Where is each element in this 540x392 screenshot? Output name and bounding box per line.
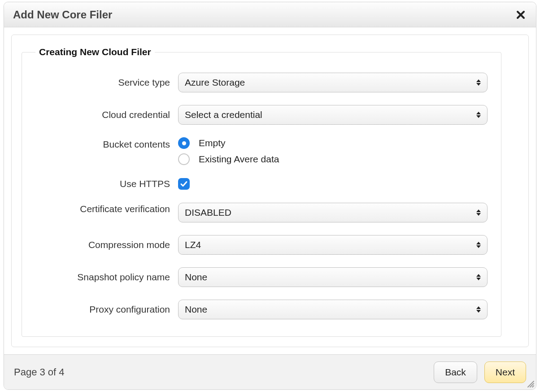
label-cert-verification: Certificate verification [35,203,170,215]
svg-marker-5 [476,213,481,216]
dialog-title: Add New Core Filer [13,9,112,21]
snapshot-policy-select[interactable]: None [178,267,488,287]
cloud-credential-value: Select a credential [185,109,262,120]
label-bucket-contents: Bucket contents [35,137,170,151]
fieldset-legend: Creating New Cloud Filer [35,47,155,57]
bucket-existing-label: Existing Avere data [199,154,279,165]
svg-marker-6 [476,242,481,244]
compression-mode-select[interactable]: LZ4 [178,235,488,255]
proxy-config-value: None [185,304,207,315]
resize-grip-icon[interactable] [526,379,534,388]
select-stepper-icon [475,73,483,92]
back-button[interactable]: Back [434,362,477,383]
bucket-existing-radio[interactable] [178,153,190,165]
label-proxy-config: Proxy configuration [35,303,170,316]
select-stepper-icon [475,300,483,319]
dialog-footer: Page 3 of 4 Back Next [4,354,536,389]
label-use-https: Use HTTPS [35,178,170,190]
svg-marker-2 [476,112,481,114]
svg-marker-4 [476,209,481,212]
svg-marker-1 [476,83,481,86]
cloud-credential-select[interactable]: Select a credential [178,105,488,125]
cert-verification-value: DISABLED [185,207,231,218]
service-type-value: Azure Storage [185,77,245,88]
select-stepper-icon [475,268,483,287]
svg-marker-11 [476,310,481,313]
next-button[interactable]: Next [484,362,526,383]
label-snapshot-policy: Snapshot policy name [35,271,170,283]
select-stepper-icon [475,203,483,222]
use-https-checkbox[interactable] [178,178,190,190]
label-cloud-credential: Cloud credential [35,109,170,121]
page-indicator: Page 3 of 4 [14,366,65,378]
proxy-config-select[interactable]: None [178,300,488,319]
add-core-filer-dialog: Add New Core Filer Creating New Cloud Fi… [4,2,536,390]
svg-marker-8 [476,274,481,277]
bucket-empty-radio[interactable] [178,137,190,149]
compression-mode-value: LZ4 [185,240,201,250]
svg-marker-9 [476,278,481,280]
bucket-empty-label: Empty [199,138,226,148]
label-service-type: Service type [35,76,170,89]
svg-marker-0 [476,79,481,82]
svg-marker-3 [476,115,481,118]
svg-marker-7 [476,245,481,248]
svg-marker-10 [476,306,481,309]
cert-verification-select[interactable]: DISABLED [178,203,488,222]
close-icon[interactable] [514,9,527,21]
service-type-select[interactable]: Azure Storage [178,73,488,92]
select-stepper-icon [475,105,483,124]
select-stepper-icon [475,235,483,254]
label-compression-mode: Compression mode [35,239,170,251]
dialog-titlebar: Add New Core Filer [4,2,536,27]
snapshot-policy-value: None [185,272,207,283]
cloud-filer-fieldset: Creating New Cloud Filer Service type Az… [22,47,501,337]
